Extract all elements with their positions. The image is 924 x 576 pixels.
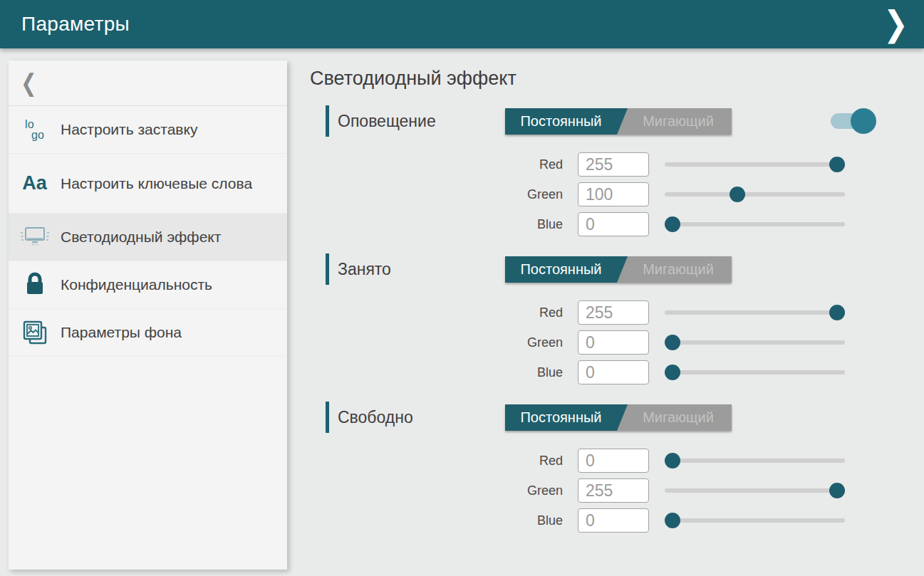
mode-option-blinking[interactable]: Мигающий [625,108,732,135]
slider-thumb[interactable] [665,216,680,232]
channel-row-red: Red [310,446,924,476]
green-slider[interactable] [665,187,845,202]
channel-row-green: Green [310,476,924,506]
slider-thumb[interactable] [829,483,845,498]
red-value-input[interactable] [578,449,649,473]
channel-label: Red [310,157,563,172]
slider-thumb[interactable] [730,187,745,202]
green-value-input[interactable] [578,478,649,503]
green-slider[interactable] [665,483,845,498]
mode-option-constant[interactable]: Постоянный [505,108,628,135]
mode-option-constant[interactable]: Постоянный [505,256,628,283]
blue-value-input[interactable] [578,360,649,384]
mode-option-blinking[interactable]: Мигающий [625,256,732,283]
blue-slider[interactable] [665,513,845,528]
lock-icon [9,271,61,298]
channel-row-blue: Blue [310,506,924,535]
green-value-input[interactable] [578,330,649,355]
channel-row-red: Red [310,150,924,179]
blue-value-input[interactable] [578,212,649,236]
mode-toggle: Постоянный Мигающий [505,108,732,135]
sidebar-item-label: Светодиодный эффект [61,227,221,247]
slider-thumb[interactable] [665,365,680,380]
channel-row-green: Green [310,328,924,357]
section-notification: Оповещение Постоянный Мигающий Red Green [310,105,924,239]
keywords-icon: Aa [9,172,61,194]
section-busy: Занято Постоянный Мигающий Red Green [310,253,924,387]
red-slider[interactable] [665,157,845,172]
slider-thumb[interactable] [665,453,680,468]
sidebar-item-privacy[interactable]: Конфиденциальность [9,261,287,309]
red-value-input[interactable] [578,152,649,177]
channel-label: Green [310,483,563,498]
sidebar-item-label: Параметры фона [61,323,182,342]
slider-thumb[interactable] [665,335,680,350]
channel-label: Green [310,335,563,350]
channel-label: Blue [310,513,563,528]
channel-label: Blue [310,217,563,232]
channel-label: Green [310,187,563,202]
red-value-input[interactable] [578,300,649,325]
settings-sidebar: ❮ logo Настроить заставку Aa Настроить к… [9,61,287,570]
mode-option-blinking[interactable]: Мигающий [625,404,732,431]
channel-label: Blue [310,365,563,380]
page-title: Параметры [0,13,130,36]
green-value-input[interactable] [578,182,649,206]
channel-row-red: Red [310,298,924,328]
section-title: Светодиодный эффект [310,66,924,91]
mode-toggle: Постоянный Мигающий [505,404,732,431]
sidebar-item-label: Конфиденциальность [61,275,212,295]
channel-row-green: Green [310,179,924,209]
slider-thumb[interactable] [829,305,845,320]
blue-value-input[interactable] [578,508,649,533]
led-screen-icon [9,224,61,250]
sidebar-item-label: Настроить ключевые слова [61,174,252,194]
channel-row-blue: Blue [310,357,924,387]
section-accent-bar [326,105,329,137]
mode-option-constant[interactable]: Постоянный [505,404,628,431]
sidebar-item-splash-screen[interactable]: logo Настроить заставку [9,106,287,154]
section-accent-bar [326,253,329,285]
section-free: Свободно Постоянный Мигающий Red Green [310,402,924,535]
red-slider[interactable] [665,305,845,320]
sidebar-item-background[interactable]: Параметры фона [9,309,287,357]
back-chevron-icon: ❮ [9,69,37,98]
slider-thumb[interactable] [665,513,680,528]
sidebar-item-label: Настроить заставку [61,120,197,140]
sidebar-collapse-button[interactable]: ❮ [9,61,287,106]
mode-toggle: Постоянный Мигающий [505,256,732,283]
app-header: Параметры ❯ [0,0,924,48]
section-label: Занято [338,253,391,285]
led-effect-panel: Светодиодный эффект Оповещение Постоянны… [310,48,924,576]
background-images-icon [9,318,61,347]
red-slider[interactable] [665,453,845,468]
section-accent-bar [326,402,329,433]
blue-slider[interactable] [665,365,845,380]
section-label: Свободно [338,402,413,433]
sidebar-item-led-effect[interactable]: Светодиодный эффект [9,214,287,261]
blue-slider[interactable] [665,216,845,232]
expand-chevron-icon[interactable]: ❯ [883,3,908,46]
switch-knob [851,108,876,134]
channel-row-blue: Blue [310,209,924,239]
channel-label: Red [310,454,563,468]
green-slider[interactable] [665,335,845,350]
slider-thumb[interactable] [829,157,845,172]
sidebar-item-keywords[interactable]: Aa Настроить ключевые слова [9,154,287,214]
section-label: Оповещение [338,105,436,137]
section-enable-switch[interactable] [831,110,872,132]
channel-label: Red [310,305,563,320]
logo-icon: logo [9,119,61,140]
